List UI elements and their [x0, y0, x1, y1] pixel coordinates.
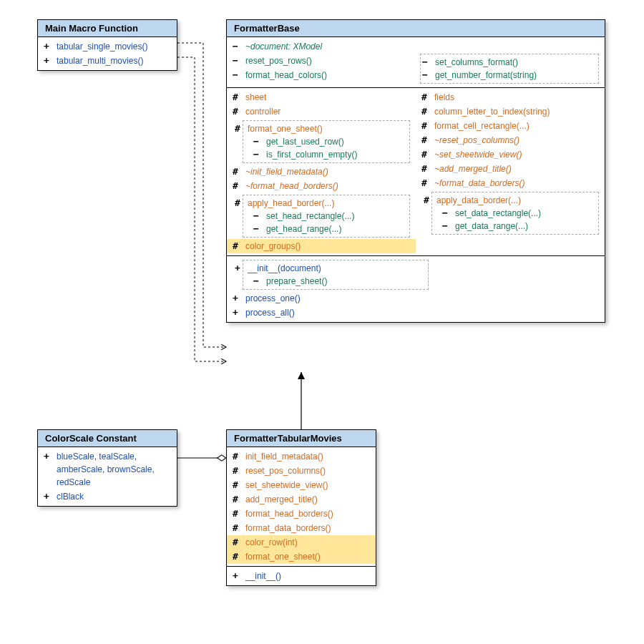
class-title: FormatterTabularMovies	[227, 430, 376, 447]
attr-row: #format_one_sheet()	[227, 550, 376, 564]
attr-row: #~reset_pos_columns()	[416, 133, 605, 147]
nested-group: #apply_data_border(...)−set_data_rectang…	[431, 192, 599, 235]
attr-row: #format_cell_rectangle(...)	[416, 119, 605, 133]
class-color-scale: ColorScale Constant +blueScale, tealScal…	[37, 429, 177, 507]
attr-row: #~init_field_metadata()	[227, 165, 416, 179]
attr-row: +clBlack	[38, 489, 177, 504]
attr-row: #sheet	[227, 90, 416, 104]
attr-row: +process_all()	[227, 306, 434, 320]
class-title: Main Macro Function	[38, 20, 177, 37]
dep-edge	[177, 43, 226, 347]
attr-row: +process_one()	[227, 291, 434, 306]
attr-row: #~set_sheetwide_view()	[416, 147, 605, 162]
class-main-macro: Main Macro Function +tabular_single_movi…	[37, 19, 177, 71]
attr-row: +blueScale, tealScale, amberScale, brown…	[38, 449, 177, 489]
attr-row: +__init__()	[227, 569, 376, 583]
attr-row: #add_merged_title()	[227, 492, 376, 507]
nested-group: #format_one_sheet()−get_last_used_row()−…	[243, 120, 410, 163]
attr-row: #format_data_borders()	[227, 521, 376, 535]
attr-row: #color_row(int)	[227, 535, 376, 550]
attr-row: #init_field_metadata()	[227, 449, 376, 464]
class-title: FormatterBase	[227, 20, 605, 37]
nested-group: #apply_head_border(...)−set_head_rectang…	[243, 195, 410, 238]
attr-row: +tabular_multi_movies()	[38, 54, 177, 68]
attr-row: #controller	[227, 104, 416, 119]
attr-row: #reset_pos_columns()	[227, 464, 376, 478]
attr-row: −format_head_colors()	[227, 68, 416, 82]
nested-group: +__init__(document)−prepare_sheet()	[243, 260, 429, 290]
dep-edge	[177, 57, 226, 361]
class-title: ColorScale Constant	[38, 430, 177, 447]
attr-row-highlight: #color_groups()	[227, 239, 416, 253]
attr-row: +tabular_single_movies()	[38, 39, 177, 54]
attr-row: #~format_data_borders()	[416, 176, 605, 190]
attr-row: −~document: XModel	[227, 39, 416, 54]
attr-row: #format_head_borders()	[227, 507, 376, 521]
attr-row: #set_sheetwide_view()	[227, 478, 376, 492]
attr-row: −reset_pos_rows()	[227, 54, 416, 68]
attr-row: #~format_head_borders()	[227, 179, 416, 193]
class-formatter-base: FormatterBase −~document: XModel −reset_…	[226, 19, 605, 323]
attr-row: #~add_merged_title()	[416, 162, 605, 176]
class-formatter-tabular-movies: FormatterTabularMovies #init_field_metad…	[226, 429, 376, 586]
attr-row: #column_letter_to_index(string)	[416, 104, 605, 119]
attr-row: #fields	[416, 90, 605, 104]
